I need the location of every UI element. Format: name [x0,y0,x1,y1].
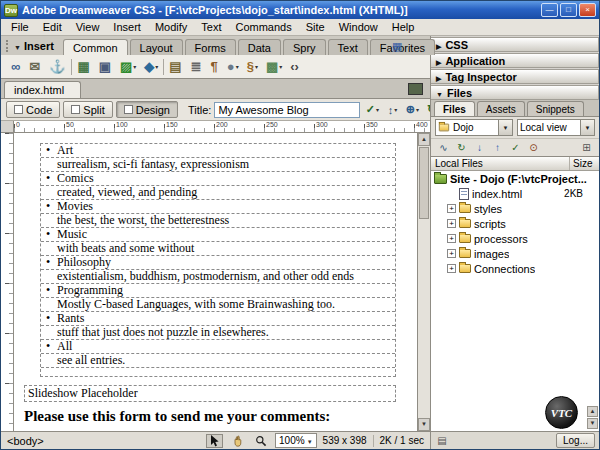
scroll-up-icon[interactable] [587,406,598,417]
tree-item-connections[interactable]: + Connections [431,261,599,276]
split-view-button[interactable]: Split [63,101,112,118]
menu-item[interactable]: Text [194,19,228,35]
hyperlink-icon[interactable]: ∞ [8,57,24,77]
head-icon[interactable]: ●▾ [224,57,242,77]
chevron-down-icon[interactable] [498,120,512,135]
list-item-description[interactable]: the best, the worst, the betterestness [41,214,395,228]
named-anchor-icon[interactable]: ⚓ [46,57,69,77]
site-select[interactable]: Dojo [435,119,513,136]
tag-selector-body[interactable]: <body> [7,435,44,447]
design-view-button[interactable]: Design [116,101,178,118]
list-item-description[interactable]: see all entries. [41,354,395,368]
document-tab[interactable]: index.html [4,81,81,98]
files-panel-tab[interactable]: Assets [477,101,525,116]
column-size[interactable]: Size [569,157,592,170]
expand-icon[interactable]: + [447,204,456,213]
files-panel-tab[interactable]: Files [434,101,475,116]
view-select[interactable]: Local view [517,119,595,136]
list-item-description[interactable]: Mostly C-based Languages, with some Brai… [41,298,395,312]
insert-div-icon[interactable]: ▣ [96,57,115,77]
list-item-term[interactable]: Music [41,228,395,242]
design-view[interactable]: Art surrealism, sci-fi fantasy, expressi… [14,133,417,431]
scroll-down-icon[interactable] [418,418,430,431]
scroll-thumb[interactable] [419,147,429,219]
connect-icon[interactable]: ∿ [436,141,451,155]
list-item-description[interactable]: with beats and some without [41,242,395,256]
list-item-term[interactable]: Rants [41,312,395,326]
zoom-level-select[interactable]: 100% [275,433,317,448]
list-item-description[interactable]: stuff that just does not puzzle in elsew… [41,326,395,340]
put-files-icon[interactable]: ↑ [490,141,505,155]
menu-item[interactable]: Edit [36,19,69,35]
refresh-icon[interactable]: ↻ [454,141,469,155]
window-size-indicator[interactable]: 539 x 398 [323,435,367,446]
check-page-icon[interactable]: ✓▾ [363,101,381,118]
table-icon[interactable]: ▦ [74,57,93,77]
menu-item[interactable]: Modify [148,19,194,35]
email-link-icon[interactable]: ✉ [26,57,44,77]
document-tabbar-menu-icon[interactable] [408,83,423,95]
menu-item[interactable]: Insert [106,19,148,35]
tag-chooser-icon[interactable]: ‹› [287,57,303,77]
tree-item-site-root[interactable]: Site - Dojo (F:\vtcProject... [431,171,599,186]
panel-tag-inspector[interactable]: Tag Inspector [431,69,599,84]
zoom-tool-icon[interactable] [252,434,269,448]
hand-tool-icon[interactable] [229,434,246,448]
list-item-term[interactable]: Philosophy [41,256,395,270]
list-item-term[interactable]: All [41,340,395,354]
insert-category-tab[interactable]: Spry [283,39,326,55]
insert-category-tab[interactable]: Forms [185,39,236,55]
panel-files-header[interactable]: Files [431,85,599,100]
list-item-term[interactable]: Movies [41,200,395,214]
check-out-icon[interactable]: ✓ [508,141,523,155]
insert-bar-label[interactable]: Insert [4,40,61,55]
close-button[interactable]: × [579,3,596,17]
panel-application[interactable]: Application [431,53,599,68]
tree-item-images[interactable]: + images [431,246,599,261]
column-local-files[interactable]: Local Files [435,158,483,169]
window-titlebar[interactable]: Dw Adobe Dreamweaver CS3 - [F:\vtcProjec… [1,1,599,19]
minimize-button[interactable]: — [541,3,558,17]
chevron-down-icon[interactable] [580,120,594,135]
code-view-button[interactable]: Code [6,101,60,118]
insert-category-tab[interactable]: Text [328,39,368,55]
panel-grip[interactable] [6,40,9,52]
maximize-button[interactable]: □ [560,3,577,17]
menu-item[interactable]: Site [299,19,332,35]
expand-panel-icon[interactable]: ⊞ [579,141,594,155]
ruler-origin[interactable] [1,121,14,132]
tree-item-processors[interactable]: + processors [431,231,599,246]
menu-item[interactable]: Commands [228,19,298,35]
media-icon[interactable]: ◆▾ [141,57,161,77]
menu-item[interactable]: Help [385,19,422,35]
design-scrollbar[interactable] [417,133,430,431]
slideshow-placeholder[interactable]: Slideshow Placeholder [24,385,396,402]
panel-css[interactable]: CSS [431,37,599,52]
files-panel-tab[interactable]: Snippets [527,101,584,116]
refresh-icon[interactable]: ↻ [423,101,430,118]
menu-item[interactable]: View [69,19,107,35]
get-files-icon[interactable]: ↓ [472,141,487,155]
list-item-term[interactable]: Art [41,144,395,158]
menu-item[interactable]: File [4,19,36,35]
file-management-icon[interactable]: ↕▾ [383,101,401,118]
insert-category-tab[interactable]: Common [63,39,128,55]
tree-item-index-html[interactable]: index.html 2KB [431,186,599,201]
list-item-description[interactable]: created, viewed, and pending [41,186,395,200]
server-include-icon[interactable]: ≣ [188,57,206,77]
tree-item-scripts[interactable]: + scripts [431,216,599,231]
templates-icon[interactable]: ▩▾ [263,57,285,77]
image-icon[interactable]: ▨▾ [117,57,139,77]
date-icon[interactable]: ▤ [166,57,185,77]
expand-icon[interactable]: + [447,249,456,258]
tree-scrollbar[interactable] [587,406,598,429]
scroll-down-icon[interactable] [587,418,598,429]
preview-icon[interactable]: ⊕▾ [403,101,421,118]
log-button[interactable]: Log... [556,433,595,448]
comment-icon[interactable]: ¶ [208,57,222,77]
script-icon[interactable]: §▾ [244,57,261,77]
menu-item[interactable]: Window [332,19,385,35]
check-in-icon[interactable]: ⊙ [526,141,541,155]
select-tool-icon[interactable] [206,434,223,448]
list-item-term[interactable]: Comics [41,172,395,186]
